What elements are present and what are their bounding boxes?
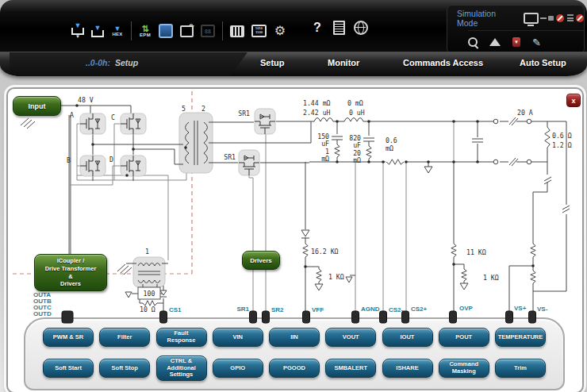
out-label-outa: OUTA — [33, 291, 51, 298]
command-dock: PWM & SRFilterFault ResponseVINIINVOUTIO… — [24, 317, 565, 390]
plug-icon — [548, 16, 554, 21]
zoom-icon[interactable] — [468, 37, 478, 47]
waveform-icon[interactable] — [489, 38, 501, 46]
document-icon[interactable] — [332, 21, 345, 35]
help-icon[interactable]: ? — [311, 21, 324, 34]
component-label: 5 — [182, 105, 186, 113]
edit-pencil-icon[interactable]: ✎ — [532, 37, 541, 48]
schematic-labels: 48 VACBD52SR1SR11.44 mΩ2.42 uH0 mΩ0 uH15… — [33, 96, 572, 317]
dock-button-pout[interactable]: POUT — [439, 328, 489, 347]
component-label: 0 uH — [349, 109, 365, 117]
dashed-boundary — [13, 91, 192, 274]
ground-arrow-icon — [460, 283, 468, 290]
control-wires — [70, 121, 454, 311]
dock-button-gpio[interactable]: GPIO — [213, 359, 263, 378]
component-label: 2 — [201, 105, 205, 113]
pin-label-cs1: CS1 — [169, 306, 182, 313]
mosfet-d — [121, 156, 146, 176]
component-label: uF — [321, 140, 329, 148]
status-page: Setup — [115, 58, 138, 67]
burden-resistor-box — [138, 287, 160, 299]
cable-icon — [540, 17, 547, 19]
pin-label-sr1: SR1 — [236, 306, 249, 313]
download-icon[interactable]: ▼ — [91, 25, 104, 37]
input-button[interactable]: Input — [13, 96, 61, 116]
component-label: mΩ — [353, 156, 361, 164]
chip-icon[interactable] — [159, 24, 173, 38]
dock-row-2: Soft StartSoft StopCTRL & Additional Set… — [43, 352, 546, 384]
out-label-outb: OUTB — [33, 298, 52, 305]
pin-label-cs2: CS2+ — [411, 306, 428, 313]
component-label: 0.6 — [386, 136, 397, 144]
dock-button-pwm-sr[interactable]: PWM & SR — [43, 328, 94, 347]
component-label: 1 KΩ — [328, 273, 344, 281]
dock-button-fault-response[interactable]: Fault Response — [156, 328, 207, 347]
nav-bar: ..0-0h:Setup Setup Monitor Commands Acce… — [0, 52, 587, 76]
dock-row-1: PWM & SRFilterFault ResponseVINIINVOUTIO… — [43, 325, 546, 349]
chip-download-icon[interactable]: ▼ — [512, 37, 520, 47]
icoupler-line: Drive Transformer — [35, 265, 106, 273]
dock-button-smbalert[interactable]: SMBALERT — [325, 359, 376, 378]
dock-button-command-masking[interactable]: Command Masking — [439, 359, 489, 378]
binary-view-icon[interactable]: 10101100 — [251, 25, 267, 37]
globe-icon[interactable] — [354, 21, 368, 35]
hex-download-icon[interactable]: ▼ HEX — [111, 26, 124, 37]
close-button[interactable]: x — [566, 94, 581, 107]
tab-auto-setup[interactable]: Auto Setup — [520, 58, 566, 67]
tab-commands-access[interactable]: Commands Access — [403, 58, 483, 67]
tab-monitor[interactable]: Monitor — [328, 58, 359, 67]
simulation-mode-label: Simulation Mode — [457, 9, 517, 28]
small-down-arrow-icon: ▼ — [75, 35, 80, 39]
help-icon-cluster: ? — [311, 21, 368, 35]
component-label: 100 — [144, 290, 155, 298]
main-toolbar: ▼ ▼ ▼ ▼ HEX ⇅ EPM ↷ 88 — [0, 0, 587, 52]
dock-button-filter[interactable]: Filter — [99, 328, 150, 347]
dock-button-vin[interactable]: VIN — [213, 328, 263, 347]
component-label: B — [67, 156, 71, 164]
disconnected-icon — [556, 14, 564, 22]
device-chrome: ▼ ▼ ▼ ▼ HEX ⇅ EPM ↷ 88 — [0, 0, 587, 76]
ground-arrow-icon — [424, 167, 432, 173]
pin-label-vs: VS+ — [514, 305, 527, 312]
dock-button-ctrl-additional-settings[interactable]: CTRL & Additional Settings — [156, 355, 207, 382]
drivers-button-label: Drivers — [243, 257, 279, 264]
component-label: 1.2 Ω — [552, 141, 572, 149]
dock-button-iout[interactable]: IOUT — [382, 328, 433, 347]
globe-shape — [354, 21, 368, 35]
component-label: 1 — [325, 148, 329, 156]
monitor-icon — [524, 13, 539, 24]
dock-button-soft-start[interactable]: Soft Start — [43, 359, 94, 378]
mosfet-sr2 — [239, 150, 259, 175]
dock-button-iin[interactable]: IIN — [269, 328, 320, 347]
document-shape — [333, 21, 345, 35]
window-refresh-icon[interactable]: ↷ — [180, 25, 194, 37]
component-label: SR1 — [224, 153, 236, 161]
dock-button-soft-stop[interactable]: Soft Stop — [99, 359, 150, 378]
dock-button-temperature[interactable]: TEMPERATURE — [495, 328, 546, 347]
download-to-device-icon[interactable]: ▼ ▼ — [71, 23, 84, 39]
dock-button-trim[interactable]: Trim — [495, 359, 546, 378]
out-label-outc: OUTC — [33, 304, 52, 311]
component-label: 20 A — [517, 109, 533, 117]
component-label: 20 — [353, 149, 361, 157]
drivers-button[interactable]: Drivers — [242, 251, 280, 270]
icoupler-drivers-button[interactable]: iCoupler / Drive Transformer & Drivers — [34, 254, 107, 291]
blue-down-arrow-icon: ▼ — [114, 26, 121, 32]
mosfet-a — [80, 113, 106, 134]
dock-button-ishare[interactable]: ISHARE — [382, 359, 433, 378]
epm-program-icon[interactable]: ⇅ EPM — [139, 25, 152, 37]
app-window: { "toolbar": { "hex_label": "HEX", "epm_… — [0, 0, 587, 392]
component-label: SR1 — [238, 110, 250, 117]
settings-gear-icon[interactable]: ⚙ — [274, 25, 286, 37]
register-map-icon[interactable] — [230, 25, 244, 37]
component-label: uF — [353, 141, 361, 149]
component-label: 0 mΩ — [347, 99, 363, 107]
tab-setup[interactable]: Setup — [260, 58, 285, 67]
pin-label-vs: VS- — [537, 306, 548, 313]
dock-button-vout[interactable]: VOUT — [325, 328, 376, 347]
pin-label-agnd: AGND — [361, 306, 380, 313]
dock-button-pgood[interactable]: PGOOD — [269, 359, 320, 378]
component-label: 820 — [349, 134, 361, 142]
pin-label-vff: VFF — [312, 306, 324, 313]
dim-display-shape: 88 — [201, 25, 215, 37]
